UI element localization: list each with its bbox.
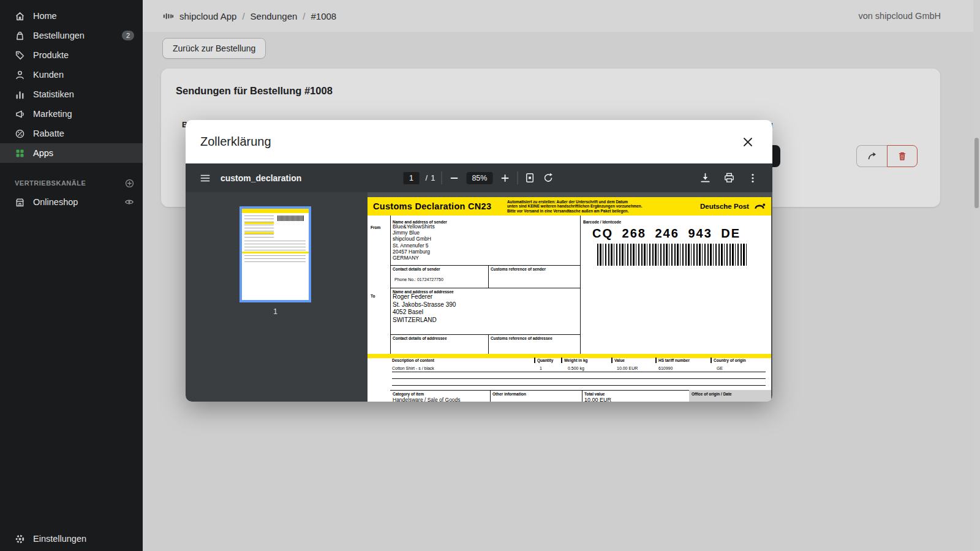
cn23-document: Customs Declaration CN23 Automatisiert z… (368, 197, 771, 402)
sidebar-item-label: Einstellungen (33, 534, 86, 544)
plus-circle-icon (125, 179, 134, 188)
sales-channels-section: VERTRIEBSKANÄLE (0, 174, 143, 192)
modal-close-button[interactable] (738, 132, 758, 152)
cn23-identcode: CQ 268 246 943 DE (592, 227, 741, 241)
cn23-sender-phone: Phone No.: 01724727750 (394, 277, 443, 282)
sidebar-item-label: Bestellungen (33, 31, 85, 40)
cn23-item-value: 10.00 EUR (617, 366, 638, 370)
cn23-customs-ref-sender-label: Customs reference of sender (491, 267, 546, 271)
more-vertical-icon (747, 173, 758, 184)
cn23-col-description: Description of content (392, 358, 434, 362)
cn23-contact-addressee-label: Contact details of addressee (393, 336, 447, 340)
cn23-from-label: From (371, 225, 380, 230)
zoom-in-button[interactable] (499, 172, 511, 184)
page-thumbnail[interactable] (239, 206, 311, 302)
toolbar-divider (517, 171, 518, 184)
rotate-icon (543, 172, 554, 184)
menu-button[interactable] (199, 172, 211, 184)
cn23-col-quantity: Quantity (537, 358, 553, 362)
sidebar-item-marketing[interactable]: Marketing (0, 104, 143, 124)
sidebar-item-statistiken[interactable]: Statistiken (0, 84, 143, 104)
cn23-office-label: Office of origin / Date (692, 392, 732, 396)
zoom-in-icon (500, 173, 510, 183)
sidebar-item-kunden[interactable]: Kunden (0, 65, 143, 84)
toolbar-divider (441, 171, 442, 184)
discounts-percent-icon (15, 129, 25, 139)
fit-page-icon (524, 172, 536, 184)
cn23-col-hs-number: HS tariff number (658, 358, 690, 362)
add-channel-button[interactable] (125, 179, 134, 188)
thumbnail-preview (242, 209, 309, 300)
cn23-item-weight: 0.500 kg (568, 366, 584, 370)
marketing-megaphone-icon (15, 109, 25, 119)
cn23-contact-sender-label: Contact details of sender (393, 267, 440, 271)
thumbnail-panel: 1 (186, 192, 368, 402)
sidebar-item-onlineshop[interactable]: Onlineshop (0, 192, 143, 212)
sidebar-nav: Home Bestellungen 2 Produkte Kunden Stat… (0, 0, 143, 163)
page-number-input[interactable]: 1 (404, 172, 420, 184)
pdf-viewer-body: 1 Customs Declaration CN23 Automatisiert… (186, 192, 772, 402)
orders-count-badge: 2 (122, 31, 134, 40)
cn23-item-description: Cotton Shirt - s / black (392, 366, 434, 370)
cn23-item-hs-number: 610990 (658, 366, 673, 370)
zoom-out-button[interactable] (448, 172, 460, 184)
sidebar-item-label: Onlineshop (33, 197, 78, 207)
modal-header: Zollerklärung (186, 120, 772, 163)
thumbnail-page-number: 1 (239, 307, 311, 316)
sidebar-item-bestellungen[interactable]: Bestellungen 2 (0, 26, 143, 45)
page-separator: / (426, 173, 428, 182)
cn23-to-label: To (371, 294, 375, 298)
cn23-col-weight: Weight in kg (564, 358, 588, 362)
sidebar-item-label: Kunden (33, 70, 64, 80)
customers-icon (15, 70, 25, 80)
eye-icon (124, 197, 134, 207)
pdf-viewer: custom_declaration 1 / 1 85% (186, 163, 772, 402)
print-button[interactable] (723, 172, 735, 184)
pdf-document-title: custom_declaration (221, 173, 301, 183)
sidebar-item-label: Statistiken (33, 89, 74, 99)
sidebar-item-label: Apps (33, 148, 53, 158)
close-icon (742, 137, 753, 148)
apps-grid-icon (15, 148, 25, 159)
barcode-image (597, 244, 747, 266)
sidebar-item-label: Marketing (33, 109, 72, 119)
download-button[interactable] (699, 172, 711, 184)
cn23-customs-ref-addressee-label: Customs reference of addressee (491, 336, 552, 340)
cn23-other-info-label: Other information (492, 392, 526, 396)
cn23-category-label: Category of item (393, 392, 424, 396)
stats-icon (15, 89, 25, 100)
orders-icon (15, 31, 25, 41)
cn23-header-band: Customs Declaration CN23 Automatisiert z… (368, 197, 771, 216)
cn23-item-quantity: 1 (540, 366, 542, 370)
sidebar-item-produkte[interactable]: Produkte (0, 45, 143, 65)
more-options-button[interactable] (747, 172, 759, 184)
cn23-sender-address: Blue&YellowShirts Jimmy Blue shipcloud G… (393, 223, 435, 261)
zoom-out-icon (449, 173, 459, 183)
cn23-instructions: Automatisiert zu erstellen: Außer der Un… (507, 200, 666, 213)
home-icon (15, 11, 25, 21)
rotate-button[interactable] (542, 172, 554, 184)
gear-icon (15, 534, 25, 544)
cn23-title: Customs Declaration CN23 (373, 201, 491, 211)
customs-declaration-modal: Zollerklärung custom_declaration 1 / 1 (186, 120, 772, 402)
sales-channels-label: VERTRIEBSKANÄLE (15, 179, 86, 187)
sidebar: Home Bestellungen 2 Produkte Kunden Stat… (0, 0, 143, 551)
preview-store-button[interactable] (124, 197, 134, 207)
cn23-total-value-label: Total value (584, 392, 605, 396)
deutsche-post-wordmark: Deutsche Post (700, 203, 749, 210)
pdf-toolbar: custom_declaration 1 / 1 85% (186, 163, 772, 192)
deutsche-post-posthorn-icon (753, 200, 766, 213)
sidebar-item-apps[interactable]: Apps (0, 143, 143, 163)
sidebar-item-einstellungen[interactable]: Einstellungen (0, 529, 143, 549)
page-total: 1 (431, 173, 435, 182)
zoom-level[interactable]: 85% (466, 172, 492, 184)
print-icon (723, 172, 735, 184)
settings-container: Einstellungen (0, 529, 143, 549)
pdf-page-view: Customs Declaration CN23 Automatisiert z… (368, 192, 772, 402)
sidebar-item-home[interactable]: Home (0, 6, 143, 26)
fit-page-button[interactable] (524, 172, 536, 184)
cn23-total-value: 10.00 EUR (584, 397, 611, 402)
sidebar-item-rabatte[interactable]: Rabatte (0, 124, 143, 143)
cn23-barcode-label: Barcode / Identcode (583, 220, 621, 224)
sidebar-item-label: Home (33, 11, 57, 21)
